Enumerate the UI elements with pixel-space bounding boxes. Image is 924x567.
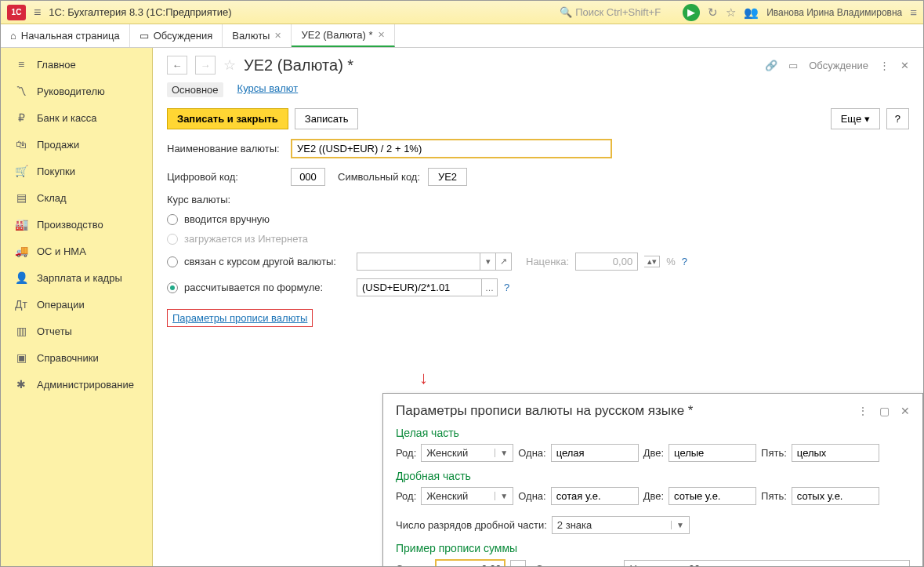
section-example: Пример прописи суммы: [396, 542, 910, 554]
history-icon[interactable]: ↻: [708, 5, 718, 20]
stepper-icon[interactable]: ▴▾: [644, 256, 660, 267]
gender-int-select[interactable]: Женский▼: [421, 444, 513, 462]
chevron-down-icon: ▾: [864, 113, 870, 125]
app-title: 1С: Бухгалтерия 8.3 (1С:Предприятие): [49, 6, 231, 18]
sidebar-item-bank[interactable]: ₽Банк и касса: [1, 104, 152, 131]
tab-discussions[interactable]: ▭ Обсуждения: [130, 24, 223, 47]
label-sum: Сумма:: [396, 563, 430, 566]
tab-current[interactable]: УЕ2 (Валюта) * ✕: [292, 24, 394, 47]
frac-one-input[interactable]: [551, 487, 639, 505]
save-close-button[interactable]: Записать и закрыть: [167, 108, 288, 129]
help-button[interactable]: ?: [886, 108, 909, 129]
home-icon: ⌂: [10, 30, 16, 42]
discuss-icon[interactable]: ▭: [788, 60, 798, 71]
radio-internet[interactable]: [167, 234, 178, 245]
users-icon[interactable]: 👥: [744, 5, 759, 20]
radio-formula[interactable]: [167, 282, 178, 293]
label-five: Пять:: [761, 490, 787, 502]
close-icon[interactable]: ✕: [378, 30, 385, 40]
sidebar-item-refs[interactable]: ▣Справочники: [1, 344, 152, 371]
sidebar-item-label: Администрирование: [37, 379, 134, 391]
calculator-icon[interactable]: ▦: [510, 560, 526, 567]
chevron-down-icon: ▼: [495, 492, 508, 500]
star-icon[interactable]: ☆: [726, 5, 736, 20]
page-header: ← → ☆ УЕ2 (Валюта) * 🔗 ▭ Обсуждение ⋮ ✕: [167, 56, 909, 75]
dropdown-icon[interactable]: ▾: [480, 253, 496, 271]
kebab-icon[interactable]: ⋮: [857, 405, 868, 417]
sidebar-item-operations[interactable]: ДтОперации: [1, 291, 152, 318]
sum-input[interactable]: [435, 559, 505, 566]
radio-internet-label: загружается из Интернета: [184, 233, 308, 245]
formula-input[interactable]: [357, 278, 482, 296]
link-icon[interactable]: 🔗: [765, 60, 777, 71]
top-icons: ▶ ↻ ☆ 👥 Иванова Ирина Владимировна ≡: [683, 4, 917, 21]
sidebar-item-production[interactable]: 🏭Производство: [1, 211, 152, 238]
sidebar: ≡Главное 〽Руководителю ₽Банк и касса 🛍Пр…: [1, 48, 153, 566]
close-icon[interactable]: ✕: [900, 60, 909, 71]
sidebar-item-assets[interactable]: 🚚ОС и НМА: [1, 238, 152, 264]
sidebar-item-label: Продажи: [37, 139, 79, 151]
subtab-main[interactable]: Основное: [167, 82, 223, 97]
favorite-icon[interactable]: ☆: [223, 56, 236, 74]
help-icon[interactable]: ?: [504, 282, 509, 293]
label-numcode: Цифровой код:: [167, 171, 284, 183]
sidebar-item-label: Склад: [37, 192, 67, 204]
notifications-icon[interactable]: ▶: [683, 4, 700, 21]
discuss-label[interactable]: Обсуждение: [809, 60, 868, 71]
radio-manual[interactable]: [167, 214, 178, 225]
tab-currencies[interactable]: Валюты ✕: [223, 24, 292, 47]
back-button[interactable]: ←: [167, 56, 187, 75]
sidebar-item-sales[interactable]: 🛍Продажи: [1, 131, 152, 158]
sum-text-input[interactable]: [624, 560, 910, 566]
currency-name-input[interactable]: [291, 139, 612, 158]
help-icon[interactable]: ?: [682, 256, 687, 267]
ellipsis-icon[interactable]: …: [482, 278, 498, 296]
menu-icon[interactable]: ≡: [34, 5, 41, 20]
params-link[interactable]: Параметры прописи валюты: [167, 309, 313, 327]
arrow-annotation: ↓: [419, 368, 428, 388]
section-integer: Целая часть: [396, 427, 910, 439]
settings-icon[interactable]: ≡: [910, 5, 917, 19]
markup-input[interactable]: [575, 253, 638, 271]
int-five-input[interactable]: [792, 444, 879, 462]
cart-icon: 🛒: [15, 165, 27, 177]
close-icon[interactable]: ✕: [900, 405, 910, 417]
int-one-input[interactable]: [551, 444, 639, 462]
symbol-code-input[interactable]: [428, 168, 467, 186]
sidebar-item-reports[interactable]: ▥Отчеты: [1, 318, 152, 344]
digits-select[interactable]: 2 знака▼: [552, 516, 690, 534]
label-one: Одна:: [518, 447, 545, 459]
forward-button[interactable]: →: [195, 56, 216, 75]
maximize-icon[interactable]: ▢: [879, 405, 890, 417]
search-box[interactable]: 🔍 Поиск Ctrl+Shift+F: [560, 6, 661, 18]
sidebar-item-admin[interactable]: ✱Администрирование: [1, 371, 152, 398]
frac-two-input[interactable]: [669, 487, 756, 505]
ops-icon: Дт: [15, 298, 27, 311]
frac-five-input[interactable]: [792, 487, 879, 505]
sidebar-item-stock[interactable]: ▤Склад: [1, 184, 152, 211]
label-gender: Род:: [396, 447, 416, 459]
save-button[interactable]: Записать: [295, 108, 359, 129]
numeric-code-input[interactable]: [291, 168, 325, 186]
radio-linked[interactable]: [167, 256, 178, 267]
gender-value: Женский: [426, 447, 468, 459]
tab-home[interactable]: ⌂ Начальная страница: [1, 24, 130, 47]
chevron-down-icon: ▼: [495, 449, 508, 457]
close-icon[interactable]: ✕: [274, 31, 281, 41]
sidebar-item-label: Зарплата и кадры: [37, 272, 122, 284]
gender-frac-select[interactable]: Женский▼: [421, 487, 513, 505]
sidebar-item-purchases[interactable]: 🛒Покупки: [1, 158, 152, 184]
user-name[interactable]: Иванова Ирина Владимировна: [766, 7, 902, 18]
chart-icon: 〽: [15, 85, 27, 97]
sidebar-item-label: Производство: [37, 219, 103, 231]
kebab-icon[interactable]: ⋮: [879, 60, 890, 71]
more-button[interactable]: Еще ▾: [831, 108, 880, 129]
sidebar-item-manager[interactable]: 〽Руководителю: [1, 78, 152, 104]
subtab-rates[interactable]: Курсы валют: [237, 82, 299, 97]
int-two-input[interactable]: [669, 444, 756, 462]
sidebar-item-hr[interactable]: 👤Зарплата и кадры: [1, 264, 152, 291]
sidebar-item-label: Руководителю: [37, 85, 105, 97]
open-icon[interactable]: ↗: [496, 253, 512, 271]
sidebar-item-main[interactable]: ≡Главное: [1, 51, 152, 78]
linked-currency-input[interactable]: [357, 253, 480, 271]
